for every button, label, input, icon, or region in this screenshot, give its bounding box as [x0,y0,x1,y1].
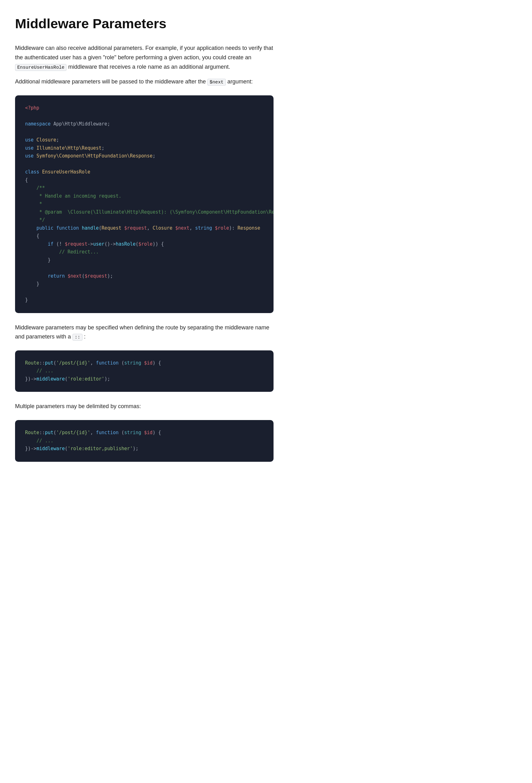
page-title: Middleware Parameters [15,12,274,35]
code-content-2: Route::put('/post/{id}', function (strin… [25,359,263,383]
code-content-1: <?php namespace App\Http\Middleware; use… [25,104,263,304]
multiple-paragraph: Multiple parameters may be delimited by … [15,402,274,411]
param-paragraph: Additional middleware parameters will be… [15,77,274,87]
php-code-block-3: Route::put('/post/{id}', function (strin… [15,420,274,462]
separator-inline-code: :: [72,334,83,341]
code-content-3: Route::put('/post/{id}', function (strin… [25,429,263,453]
php-code-block-2: Route::put('/post/{id}', function (strin… [15,350,274,392]
next-inline-code: $next [207,79,225,86]
intro-paragraph: Middleware can also receive additional p… [15,43,274,71]
php-code-block-1: <?php namespace App\Http\Middleware; use… [15,95,274,313]
ensure-user-has-role-inline-code: EnsureUserHasRole [15,64,66,71]
separator-paragraph: Middleware parameters may be specified w… [15,323,274,342]
